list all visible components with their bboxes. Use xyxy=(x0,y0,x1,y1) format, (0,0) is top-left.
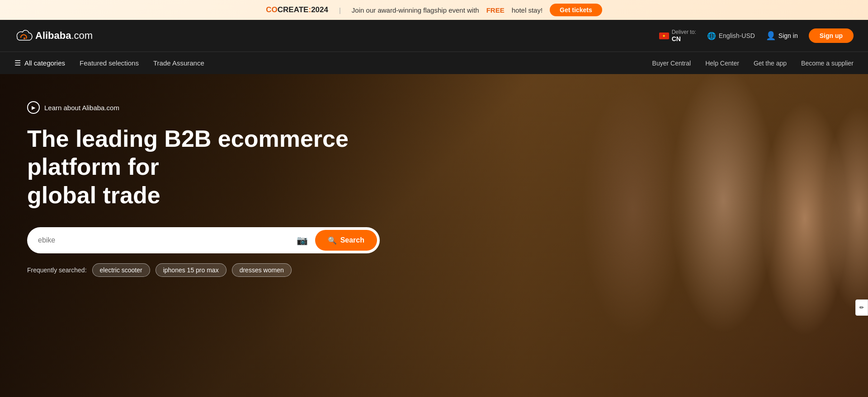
banner-co: CO xyxy=(266,5,278,14)
search-icon: 🔍 xyxy=(328,236,337,245)
nav-right: Buyer Central Help Center Get the app Be… xyxy=(652,60,854,67)
deliver-info: Deliver to: CN xyxy=(672,29,696,42)
get-the-app-link[interactable]: Get the app xyxy=(754,60,787,67)
person-icon: 👤 xyxy=(766,31,776,41)
become-supplier-link[interactable]: Become a supplier xyxy=(801,60,854,67)
deliver-country: CN xyxy=(672,35,696,42)
trade-assurance-link[interactable]: Trade Assurance xyxy=(153,59,204,67)
language-selector[interactable]: 🌐 English-USD xyxy=(707,32,755,40)
get-tickets-button[interactable]: Get tickets xyxy=(550,4,602,16)
feedback-button[interactable]: ✏ xyxy=(855,299,868,316)
alibaba-logo-icon xyxy=(14,28,33,43)
hamburger-icon: ☰ xyxy=(14,59,21,67)
svg-point-0 xyxy=(24,37,25,39)
buyer-central-link[interactable]: Buyer Central xyxy=(652,60,691,67)
learn-about-link[interactable]: ▶ Learn about Alibaba.com xyxy=(27,101,380,114)
frequently-searched: Frequently searched: electric scooter ip… xyxy=(27,263,380,277)
banner-text: Join our award-winning flagship event wi… xyxy=(352,6,479,14)
main-navbar: ☰ All categories Featured selections Tra… xyxy=(0,51,868,74)
all-categories-menu[interactable]: ☰ All categories xyxy=(14,59,65,67)
sign-up-button[interactable]: Sign up xyxy=(809,28,854,43)
hero-content: ▶ Learn about Alibaba.com The leading B2… xyxy=(0,74,407,304)
hero-section: ▶ Learn about Alibaba.com The leading B2… xyxy=(0,74,868,397)
all-categories-label: All categories xyxy=(24,59,65,67)
flag-cn-icon: ★ xyxy=(659,33,669,39)
header-right: ★ Deliver to: CN 🌐 English-USD 👤 Sign in… xyxy=(659,28,854,43)
logo-text: Alibaba.com xyxy=(35,30,93,42)
search-button-label: Search xyxy=(340,236,364,244)
sign-in-label: Sign in xyxy=(778,32,798,39)
globe-icon: 🌐 xyxy=(707,32,716,40)
feedback-icon: ✏ xyxy=(859,304,864,311)
nav-left: ☰ All categories Featured selections Tra… xyxy=(14,59,204,67)
help-center-link[interactable]: Help Center xyxy=(705,60,739,67)
deliver-label: Deliver to: xyxy=(672,29,696,35)
search-input[interactable] xyxy=(38,236,289,244)
banner-brand: COCREATE:2024 xyxy=(266,5,328,14)
promo-banner: COCREATE:2024 | Join our award-winning f… xyxy=(0,0,868,20)
logo[interactable]: Alibaba.com xyxy=(14,28,93,43)
hero-title: The leading B2B ecommerce platform for g… xyxy=(27,125,380,209)
banner-divider: | xyxy=(339,6,341,14)
freq-tag-dresses[interactable]: dresses women xyxy=(232,263,292,277)
camera-icon[interactable]: 📷 xyxy=(293,233,311,248)
freq-tag-electric-scooter[interactable]: electric scooter xyxy=(92,263,150,277)
sign-in-button[interactable]: 👤 Sign in xyxy=(766,31,798,41)
featured-selections-link[interactable]: Featured selections xyxy=(80,59,139,67)
banner-create: CREATE xyxy=(278,5,309,14)
main-header: Alibaba.com ★ Deliver to: CN 🌐 English-U… xyxy=(0,20,868,51)
search-bar: 📷 🔍 Search xyxy=(27,227,380,253)
frequently-searched-label: Frequently searched: xyxy=(27,266,87,274)
deliver-to: ★ Deliver to: CN xyxy=(659,29,696,42)
language-text: English-USD xyxy=(719,32,755,39)
banner-year: 2024 xyxy=(311,5,328,14)
search-button[interactable]: 🔍 Search xyxy=(315,230,377,251)
banner-free: FREE xyxy=(486,6,505,14)
freq-tag-iphones[interactable]: iphones 15 pro max xyxy=(156,263,226,277)
banner-text2: hotel stay! xyxy=(512,6,542,14)
play-icon: ▶ xyxy=(27,101,40,114)
learn-about-text: Learn about Alibaba.com xyxy=(44,104,119,112)
